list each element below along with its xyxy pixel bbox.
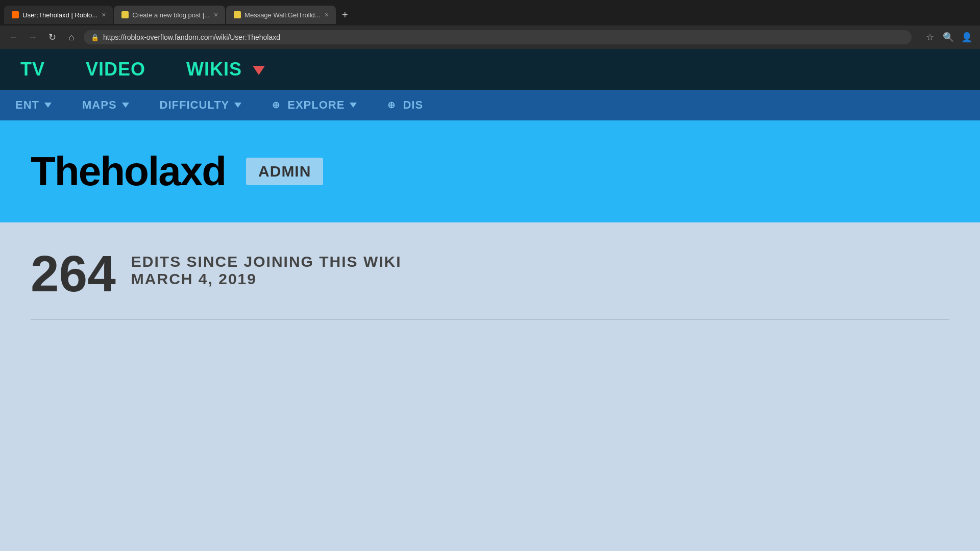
stats-text-block: EDITS SINCE JOINING THIS WIKI MARCH 4, 2…: [131, 248, 402, 288]
search-button[interactable]: 🔍: [941, 30, 955, 44]
tab-favicon-2: [121, 11, 129, 19]
stats-divider: [31, 319, 949, 320]
fandom-nav-video-label: VIDEO: [86, 59, 145, 80]
tab-bar: User:Theholaxd | Roblo... × Create a new…: [0, 0, 980, 26]
dis-icon: ⊕: [387, 99, 396, 111]
difficulty-dropdown-arrow-icon: [234, 103, 241, 108]
tab-1[interactable]: User:Theholaxd | Roblo... ×: [4, 6, 113, 24]
wiki-nav-difficulty-label: DIFFICULTY: [160, 98, 230, 112]
fandom-nav-tv[interactable]: TV: [20, 59, 45, 80]
wikis-dropdown-arrow-icon: [253, 66, 265, 75]
wiki-nav-ent[interactable]: ENT: [0, 98, 67, 112]
username-display: Theholaxd: [31, 148, 226, 195]
tab-1-close[interactable]: ×: [97, 11, 106, 19]
browser-chrome: User:Theholaxd | Roblo... × Create a new…: [0, 0, 980, 49]
tab-2-title: Create a new blog post |...: [132, 11, 210, 19]
user-profile-header: Theholaxd ADMIN: [0, 120, 980, 222]
wiki-favicon-icon-3: [234, 11, 241, 18]
profile-button[interactable]: 👤: [960, 30, 974, 44]
tab-2[interactable]: Create a new blog post |... ×: [114, 6, 225, 24]
join-date-label: MARCH 4, 2019: [131, 270, 402, 288]
bookmark-button[interactable]: ☆: [923, 30, 937, 44]
wiki-nav-maps-label: MAPS: [82, 98, 117, 112]
wiki-nav-explore-label: EXPLORE: [287, 98, 345, 112]
tab-1-title: User:Theholaxd | Roblo...: [22, 11, 97, 19]
wiki-nav-explore[interactable]: ⊕ EXPLORE: [257, 98, 372, 112]
user-stats-section: 264 EDITS SINCE JOINING THIS WIKI MARCH …: [0, 222, 980, 319]
tab-3-close[interactable]: ×: [321, 11, 329, 19]
fandom-nav-wikis[interactable]: WIKIS: [186, 59, 265, 80]
new-tab-button[interactable]: +: [337, 7, 353, 23]
forward-button[interactable]: →: [26, 30, 40, 44]
wiki-nav-difficulty[interactable]: DIFFICULTY: [144, 98, 257, 112]
wiki-nav-dis[interactable]: ⊕ DIS: [372, 98, 438, 112]
wiki-nav-dis-label: DIS: [403, 98, 423, 112]
edit-count-number: 264: [31, 248, 116, 299]
browser-actions: ☆ 🔍 👤: [923, 30, 974, 44]
fandom-nav-wikis-label: WIKIS: [186, 59, 242, 80]
wiki-sub-nav: ENT MAPS DIFFICULTY ⊕ EXPLORE ⊕ DIS: [0, 90, 980, 120]
url-bar[interactable]: 🔒 https://roblox-overflow.fandom.com/wik…: [84, 30, 912, 44]
tab-favicon-3: [233, 11, 241, 19]
tab-2-close[interactable]: ×: [210, 11, 218, 19]
explore-dropdown-arrow-icon: [350, 103, 357, 108]
fandom-top-nav: TV VIDEO WIKIS: [0, 49, 980, 90]
edits-since-joining-label: EDITS SINCE JOINING THIS WIKI: [131, 253, 402, 270]
back-button[interactable]: ←: [6, 30, 20, 44]
address-bar: ← → ↻ ⌂ 🔒 https://roblox-overflow.fandom…: [0, 26, 980, 49]
tab-3[interactable]: Message Wall:GetTrolld... ×: [226, 6, 336, 24]
roblox-favicon-icon: [12, 11, 19, 18]
fandom-nav-video[interactable]: VIDEO: [86, 59, 145, 80]
fandom-nav-tv-label: TV: [20, 59, 45, 80]
tab-3-title: Message Wall:GetTrolld...: [244, 11, 321, 19]
url-text: https://roblox-overflow.fandom.com/wiki/…: [103, 33, 280, 41]
admin-badge: ADMIN: [246, 158, 323, 185]
explore-icon: ⊕: [272, 99, 280, 111]
lock-icon: 🔒: [91, 34, 99, 41]
home-button[interactable]: ⌂: [64, 30, 79, 44]
ent-dropdown-arrow-icon: [44, 103, 52, 108]
maps-dropdown-arrow-icon: [122, 103, 129, 108]
tab-favicon-1: [11, 11, 19, 19]
refresh-button[interactable]: ↻: [45, 30, 59, 44]
wiki-nav-ent-label: ENT: [15, 98, 39, 112]
wiki-favicon-icon-2: [121, 11, 129, 18]
wiki-nav-maps[interactable]: MAPS: [67, 98, 144, 112]
